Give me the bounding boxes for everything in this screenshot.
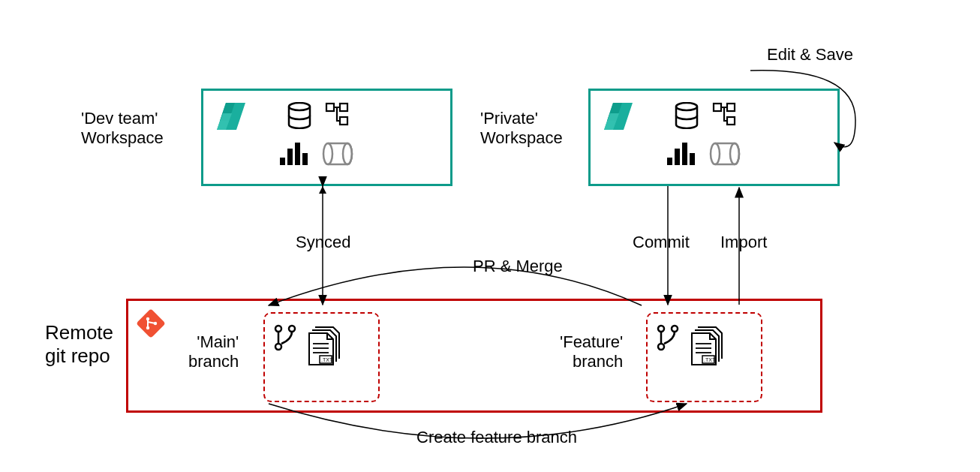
dev-team-workspace-label: 'Dev team' Workspace [81, 109, 164, 148]
git-icon [136, 308, 166, 338]
private-workspace-label-line1: 'Private' [480, 109, 563, 128]
dev-team-workspace-label-line2: Workspace [81, 128, 164, 148]
branch-fork-icon [272, 323, 298, 353]
fabric-icon [600, 100, 636, 136]
main-branch-label-line1: 'Main' [188, 332, 239, 352]
feature-branch-label-line1: 'Feature' [560, 332, 623, 352]
pipeline-icon [325, 102, 349, 126]
database-icon [286, 102, 313, 129]
workspace-items-group [286, 102, 391, 173]
pr-merge-label: PR & Merge [473, 257, 563, 276]
fabric-icon [212, 100, 248, 136]
edit-save-arrow [735, 60, 878, 165]
private-workspace-label-line2: Workspace [480, 128, 563, 148]
bar-chart-icon [278, 141, 310, 167]
file-stack-icon [689, 330, 741, 383]
pr-merge-arrow [263, 251, 653, 319]
commit-label: Commit [633, 233, 690, 252]
remote-git-repo-label-line1: Remote [45, 321, 113, 344]
lens-icon [320, 141, 355, 167]
private-workspace-label: 'Private' Workspace [480, 109, 563, 148]
branch-fork-icon [655, 323, 681, 353]
dev-team-workspace-label-line1: 'Dev team' [81, 109, 164, 128]
pipeline-icon [712, 102, 736, 126]
remote-git-repo-label: Remote git repo [45, 321, 113, 368]
feature-branch-box [646, 312, 762, 402]
remote-git-repo-label-line2: git repo [45, 344, 113, 368]
bar-chart-icon [666, 141, 697, 167]
main-branch-label: 'Main' branch [188, 332, 239, 371]
dev-team-workspace-box [201, 89, 452, 186]
synced-arrow-top-head [315, 185, 338, 195]
import-label: Import [720, 233, 767, 252]
main-branch-label-line2: branch [188, 352, 239, 371]
file-stack-icon [306, 330, 359, 383]
database-icon [673, 102, 700, 129]
create-feature-branch-label: Create feature branch [416, 428, 577, 447]
feature-branch-label-line2: branch [560, 352, 623, 371]
feature-branch-label: 'Feature' branch [560, 332, 623, 371]
main-branch-box [263, 312, 380, 402]
synced-label: Synced [296, 233, 350, 252]
